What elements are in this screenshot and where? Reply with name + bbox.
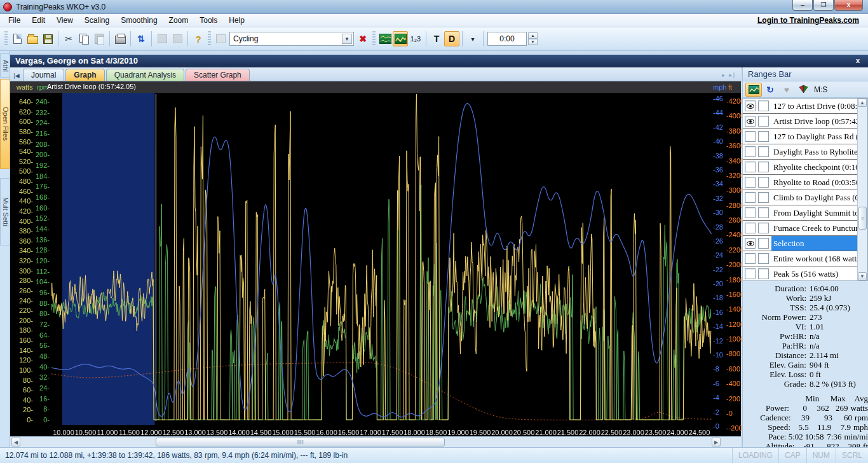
range-visibility-toggle[interactable] — [745, 131, 756, 142]
side-tab-mult-setti[interactable]: Mult Setti — [0, 178, 10, 245]
sport-type-select[interactable]: Cycling ▼ — [229, 32, 354, 46]
range-visibility-toggle[interactable] — [745, 116, 756, 127]
range-row[interactable]: Rhyolite to Road (0:03:56 — [743, 175, 867, 190]
range-row[interactable]: 127 to Daylight Pass Rd ( — [743, 129, 867, 144]
numbers-view-button[interactable]: 1₂3 — [408, 31, 423, 46]
range-visibility-toggle[interactable] — [745, 253, 756, 264]
range-checkbox[interactable] — [758, 162, 769, 172]
favorite-button[interactable]: ♥ — [778, 83, 795, 97]
help-button[interactable]: ? — [191, 31, 206, 46]
range-visibility-toggle[interactable] — [745, 146, 756, 157]
close-button[interactable]: x — [834, 0, 863, 11]
stop-button[interactable] — [170, 31, 185, 46]
spinner-buttons[interactable]: ▲▼ — [528, 32, 538, 45]
scroll-down-icon[interactable]: ▼ — [858, 272, 867, 280]
range-row[interactable]: Furnace Creek to Puncture — [743, 221, 867, 236]
refresh-ranges-button[interactable]: ↻ — [762, 83, 778, 97]
delete-button[interactable]: ✖ — [355, 31, 370, 46]
tab-journal[interactable]: Journal — [23, 69, 64, 81]
range-row[interactable]: Entire workout (168 watts) — [743, 251, 867, 266]
chart-horizontal-scrollbar[interactable]: ◀ ▶ — [10, 436, 741, 447]
time-axis-button[interactable]: T — [429, 31, 444, 46]
scroll-up-icon[interactable]: ▲ — [858, 99, 867, 107]
tab-quadrant-analysis[interactable]: Quadrant Analysis — [106, 69, 184, 81]
menu-view[interactable]: View — [51, 15, 79, 26]
single-chart-button[interactable] — [393, 31, 408, 46]
scroll-right-icon[interactable]: ▶ — [712, 438, 721, 446]
range-visibility-toggle[interactable] — [745, 207, 756, 218]
chevron-down-icon[interactable]: ▼ — [342, 34, 352, 44]
print-button[interactable] — [112, 31, 128, 46]
range-row[interactable]: 127 to Artist Drive (0:08: — [743, 99, 867, 114]
menu-tools[interactable]: Tools — [194, 15, 223, 26]
range-visibility-toggle[interactable] — [745, 100, 756, 111]
toolbar-grip-3[interactable] — [372, 31, 376, 46]
minmax-label: Speed: — [743, 422, 790, 432]
range-checkbox[interactable] — [758, 131, 769, 142]
scroll-left-icon[interactable]: ◀ — [11, 438, 20, 446]
open-file-button[interactable] — [25, 31, 40, 46]
range-visibility-toggle[interactable] — [745, 177, 756, 188]
device-sync-button[interactable]: ⇅ — [133, 31, 149, 46]
range-row[interactable]: Peak 5s (516 watts) — [743, 266, 867, 281]
menu-scaling[interactable]: Scaling — [79, 15, 115, 26]
range-checkbox[interactable] — [758, 223, 769, 233]
range-visibility-toggle[interactable] — [745, 268, 756, 279]
range-visibility-toggle[interactable] — [745, 162, 756, 172]
paste-button[interactable] — [92, 31, 107, 46]
range-checkbox[interactable] — [758, 238, 769, 249]
cut-button[interactable]: ✂ — [61, 31, 76, 46]
range-row[interactable]: Selection — [743, 236, 867, 251]
range-checkbox[interactable] — [758, 146, 769, 157]
first-tab-button[interactable]: |◀ — [10, 73, 23, 81]
login-link[interactable]: Login to TrainingPeaks.com — [757, 16, 859, 25]
document-close-button[interactable]: x — [853, 56, 863, 66]
tab-graph[interactable]: Graph — [65, 69, 104, 81]
range-row[interactable]: Artist Drive loop (0:57:42 — [743, 114, 867, 129]
ranges-graph-button[interactable] — [745, 83, 762, 97]
fast-find-button[interactable] — [795, 83, 811, 97]
range-checkbox[interactable] — [758, 192, 769, 203]
distance-axis-button[interactable]: D — [444, 31, 459, 46]
range-row[interactable]: From Daylight Summit to — [743, 205, 867, 221]
toolbar-grip[interactable] — [4, 31, 8, 46]
scrollbar-thumb[interactable] — [156, 438, 445, 446]
save-button[interactable] — [40, 31, 55, 46]
range-row[interactable]: Rhyolite checkpoint (0:10 — [743, 160, 867, 175]
tab-scroll-buttons[interactable]: ▸ ▸| — [722, 72, 736, 78]
menu-file[interactable]: File — [3, 15, 26, 26]
export-button[interactable] — [154, 31, 170, 46]
minimize-button[interactable]: – — [792, 0, 813, 11]
range-checkbox[interactable] — [758, 268, 769, 279]
range-checkbox[interactable] — [758, 207, 769, 218]
range-checkbox[interactable] — [758, 177, 769, 188]
tab-scatter-graph[interactable]: Scatter Graph — [186, 69, 250, 81]
ranges-list-scrollbar[interactable]: ▲ ▼ — [857, 99, 867, 280]
menu-smoothing[interactable]: Smoothing — [115, 15, 163, 26]
range-visibility-toggle[interactable] — [745, 238, 756, 249]
toolbar-grip-2[interactable] — [208, 31, 211, 46]
spin-up-icon[interactable]: ▲ — [528, 32, 538, 39]
range-checkbox[interactable] — [758, 253, 769, 264]
smoothing-time-spinner[interactable]: 0:00 — [487, 32, 527, 46]
range-row[interactable]: Climb to Daylight Pass (0: — [743, 190, 867, 205]
range-checkbox[interactable] — [758, 116, 769, 127]
restore-button[interactable]: ❐ — [813, 0, 834, 11]
range-visibility-toggle[interactable] — [745, 192, 756, 203]
menu-edit[interactable]: Edit — [26, 15, 51, 26]
axis-options-dropdown[interactable]: ▾ — [465, 31, 480, 46]
range-checkbox[interactable] — [758, 100, 769, 111]
spin-down-icon[interactable]: ▼ — [528, 39, 538, 45]
range-visibility-toggle[interactable] — [745, 223, 756, 233]
new-window-button[interactable] — [213, 31, 228, 46]
menu-help[interactable]: Help — [223, 15, 250, 26]
side-tab-open-files[interactable]: Open Files — [0, 79, 10, 169]
new-file-button[interactable] — [10, 31, 25, 46]
copy-button[interactable] — [76, 31, 92, 46]
multi-range-chart-button[interactable] — [377, 31, 393, 46]
range-row[interactable]: Daylight Pass to Ryholite — [743, 144, 867, 160]
workout-chart-canvas[interactable] — [10, 81, 741, 436]
menu-zoom[interactable]: Zoom — [163, 15, 194, 26]
ranges-scroll-thumb[interactable] — [858, 207, 867, 230]
side-tab-athl[interactable]: Athl — [0, 53, 10, 78]
